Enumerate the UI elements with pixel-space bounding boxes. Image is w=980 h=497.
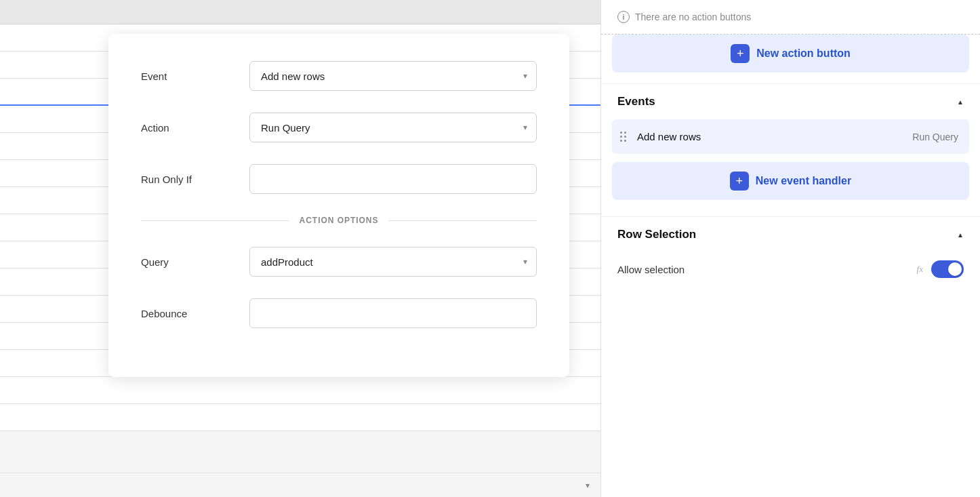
query-select-wrapper: addProduct ▾	[249, 247, 537, 277]
divider-line-left	[141, 220, 289, 221]
row-selection-header: Row Selection ▲	[601, 216, 980, 252]
drag-dot	[620, 140, 622, 142]
event-list-item[interactable]: Add new rows Run Query	[612, 119, 969, 154]
event-select[interactable]: Add new rows	[249, 61, 537, 91]
allow-selection-row: Allow selection fx	[601, 252, 980, 286]
row-selection-title: Row Selection	[617, 228, 696, 241]
event-row-name: Add new rows	[637, 131, 904, 142]
drag-dot	[620, 136, 622, 138]
new-event-handler-button[interactable]: + New event handler	[612, 162, 969, 200]
table-header	[0, 0, 600, 24]
query-control: addProduct ▾	[249, 247, 537, 277]
query-label: Query	[141, 256, 249, 268]
new-action-button[interactable]: + New action button	[612, 35, 969, 73]
action-control: Run Query ▾	[249, 113, 537, 142]
drag-dot	[624, 140, 626, 142]
fx-label: fx	[917, 264, 923, 275]
action-label: Action	[141, 122, 249, 134]
run-only-if-label: Run Only If	[141, 174, 249, 185]
table-row	[0, 404, 600, 431]
run-only-if-form-row: Run Only If	[141, 164, 537, 194]
debounce-control	[249, 298, 537, 328]
event-handler-form: Event Add new rows ▾ Action Run Query ▾	[108, 34, 569, 377]
new-event-handler-label: New event handler	[756, 175, 851, 187]
action-form-row: Action Run Query ▾	[141, 113, 537, 142]
table-row	[0, 377, 600, 404]
event-select-wrapper: Add new rows ▾	[249, 61, 537, 91]
allow-selection-toggle[interactable]	[931, 260, 964, 278]
action-options-divider: ACTION OPTIONS	[141, 216, 537, 225]
fx-toggle-group: fx	[917, 260, 964, 278]
events-section-header: Events ▲	[601, 83, 980, 119]
action-select-wrapper: Run Query ▾	[249, 113, 537, 142]
drag-handle[interactable]	[617, 129, 629, 144]
left-area: Event Add new rows ▾ Action Run Query ▾	[0, 0, 600, 497]
drag-dot	[620, 132, 622, 134]
event-control: Add new rows ▾	[249, 61, 537, 91]
action-options-label: ACTION OPTIONS	[300, 216, 379, 225]
run-only-if-control	[249, 164, 537, 194]
event-row-action: Run Query	[912, 132, 958, 142]
drag-dots	[620, 132, 626, 142]
bottom-bar: ▾	[0, 473, 600, 497]
event-label: Event	[141, 71, 249, 82]
query-form-row: Query addProduct ▾	[141, 247, 537, 277]
drag-dot	[624, 136, 626, 138]
plus-icon: +	[730, 172, 749, 191]
divider-line-right	[389, 220, 537, 221]
run-only-if-input[interactable]	[249, 164, 537, 194]
events-section-title: Events	[617, 95, 655, 108]
no-buttons-text: There are no action buttons	[635, 12, 751, 22]
debounce-label: Debounce	[141, 308, 249, 319]
allow-selection-label: Allow selection	[617, 264, 685, 275]
query-select[interactable]: addProduct	[249, 247, 537, 277]
right-panel: i There are no action buttons + New acti…	[600, 0, 980, 497]
new-action-button-label: New action button	[756, 47, 851, 60]
info-icon: i	[617, 11, 630, 23]
debounce-form-row: Debounce	[141, 298, 537, 328]
collapse-row-selection-icon[interactable]: ▲	[957, 231, 964, 239]
debounce-input[interactable]	[249, 298, 537, 328]
toggle-knob	[948, 262, 962, 276]
event-form-row: Event Add new rows ▾	[141, 61, 537, 91]
plus-icon: +	[731, 44, 750, 63]
action-select[interactable]: Run Query	[249, 113, 537, 142]
collapse-icon[interactable]: ▲	[957, 98, 964, 106]
chevron-down-icon: ▾	[586, 481, 590, 490]
drag-dot	[624, 132, 626, 134]
no-buttons-notice: i There are no action buttons	[601, 0, 980, 35]
